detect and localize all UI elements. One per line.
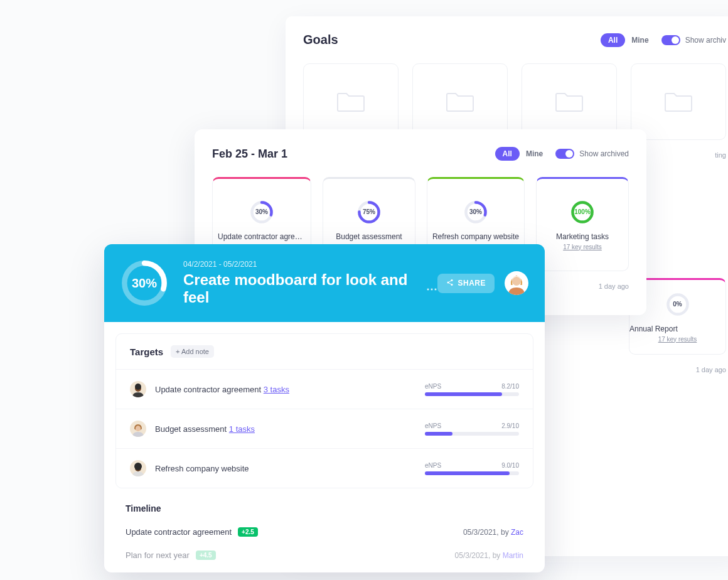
- assignee-avatar: [130, 460, 146, 476]
- svg-point-19: [134, 463, 142, 470]
- progress-donut: 30%: [249, 200, 274, 225]
- filter-all-pill[interactable]: All: [601, 33, 625, 47]
- target-text: Budget assessment: [155, 424, 227, 434]
- svg-point-11: [451, 279, 453, 281]
- targets-title: Targets: [130, 346, 163, 357]
- weekly-filter[interactable]: All Mine: [495, 147, 543, 161]
- enps-bar: [425, 392, 519, 396]
- folder-icon: [336, 91, 365, 112]
- svg-point-14: [512, 277, 521, 286]
- goal-title: Create moodboard for look and feel: [183, 271, 419, 306]
- timeline-title: Timeline: [126, 503, 523, 513]
- archive-toggle[interactable]: [555, 149, 574, 159]
- folder-icon: [664, 91, 693, 112]
- archive-toggle-label: Show archived: [579, 149, 629, 158]
- goals-title: Goals: [303, 33, 338, 47]
- donut-percent: 30%: [463, 200, 488, 225]
- goal-detail-panel: 30% 04/2/2021 - 05/2/2021 Create moodboa…: [104, 244, 545, 572]
- assignee-avatar: [130, 421, 146, 437]
- enps-bar: [425, 471, 519, 475]
- svg-point-13: [451, 284, 453, 286]
- share-button[interactable]: SHARE: [437, 274, 495, 293]
- filter-all-pill[interactable]: All: [495, 147, 520, 161]
- goal-card-title: Budget assessment: [328, 232, 410, 241]
- donut-percent: 30%: [249, 200, 274, 225]
- timeline-text: Update contractor agreement: [126, 527, 232, 537]
- goal-card-title: Update contractor agreemen: [218, 232, 306, 241]
- delta-chip: +2.5: [238, 527, 258, 537]
- goal-progress-donut: 30%: [120, 259, 168, 307]
- timeline-date: 05/3/2021, by: [463, 528, 509, 537]
- delta-chip: +4.5: [196, 550, 216, 560]
- goal-detail-header: 30% 04/2/2021 - 05/2/2021 Create moodboa…: [104, 244, 545, 322]
- timeline-row[interactable]: Plan for next year +4.5 05/3/2021, by Ma…: [126, 537, 523, 560]
- target-tasks-link[interactable]: 3 tasks: [264, 385, 289, 394]
- add-note-button[interactable]: + Add note: [171, 345, 214, 358]
- enps-label: eNPS: [425, 422, 441, 429]
- assignee-avatar: [130, 381, 146, 397]
- goal-folder-card[interactable]: [631, 63, 726, 140]
- progress-donut: 100%: [570, 200, 595, 225]
- archive-toggle-label: Show archiv: [685, 36, 726, 45]
- goal-folder-card[interactable]: [522, 63, 617, 140]
- goal-progress-percent: 30%: [120, 259, 168, 307]
- targets-card: Targets + Add note Update contractor agr…: [115, 333, 533, 488]
- more-icon[interactable]: ⋯: [426, 282, 437, 296]
- enps-label: eNPS: [425, 462, 441, 469]
- annual-report-sub[interactable]: 17 key results: [658, 336, 697, 343]
- filter-mine-pill[interactable]: Mine: [526, 149, 543, 158]
- goal-folder-card[interactable]: [303, 63, 399, 140]
- annual-report-donut: 0%: [665, 292, 690, 317]
- owner-avatar[interactable]: [505, 271, 528, 295]
- share-label: SHARE: [458, 279, 486, 287]
- annual-report-percent: 0%: [665, 292, 690, 317]
- target-text: Refresh company website: [155, 464, 249, 473]
- timeline-block: Timeline Update contractor agreement +2.…: [104, 488, 545, 572]
- enps-bar: [425, 432, 519, 436]
- folder-icon: [446, 91, 474, 112]
- timeline-text: Plan for next year: [126, 550, 190, 560]
- target-row[interactable]: Budget assessment 1 tasks eNPS 2.9/10: [116, 409, 533, 448]
- timeline-row[interactable]: Update contractor agreement +2.5 05/3/20…: [126, 513, 523, 537]
- enps-score: 9.0/10: [501, 462, 519, 469]
- donut-percent: 75%: [356, 200, 382, 225]
- enps-label: eNPS: [425, 383, 441, 390]
- share-icon: [446, 279, 454, 288]
- svg-point-16: [135, 384, 141, 390]
- goal-dates: 04/2/2021 - 05/2/2021: [183, 260, 437, 269]
- goal-folder-card[interactable]: [412, 63, 508, 140]
- goal-card-title: Refresh company website: [432, 232, 519, 241]
- annual-report-title: Annual Report: [629, 325, 725, 333]
- enps-score: 8.2/10: [501, 383, 519, 390]
- target-row[interactable]: Update contractor agreement 3 tasks eNPS…: [116, 369, 533, 409]
- goal-card-sub[interactable]: 17 key results: [563, 244, 602, 250]
- target-tasks-link[interactable]: 1 tasks: [229, 424, 255, 434]
- timeline-author[interactable]: Martin: [503, 551, 523, 560]
- progress-donut: 30%: [463, 200, 488, 225]
- target-text: Update contractor agreement: [155, 385, 261, 394]
- enps-score: 2.9/10: [501, 422, 519, 429]
- folder-icon: [555, 91, 584, 112]
- target-row[interactable]: Refresh company website eNPS 9.0/10: [116, 448, 533, 488]
- donut-percent: 100%: [570, 200, 595, 225]
- progress-donut: 75%: [356, 200, 382, 225]
- timeline-date: 05/3/2021, by: [455, 551, 501, 560]
- goal-card-title: Marketing tasks: [542, 232, 623, 241]
- goals-filter[interactable]: All Mine: [601, 33, 649, 47]
- timeline-author[interactable]: Zac: [511, 528, 523, 537]
- goal-card[interactable]: 100% Marketing tasks 17 key results: [536, 177, 629, 271]
- archive-toggle[interactable]: [661, 35, 680, 45]
- weekly-title: Feb 25 - Mar 1: [212, 148, 287, 161]
- svg-point-12: [447, 281, 449, 283]
- filter-mine-pill[interactable]: Mine: [631, 36, 648, 45]
